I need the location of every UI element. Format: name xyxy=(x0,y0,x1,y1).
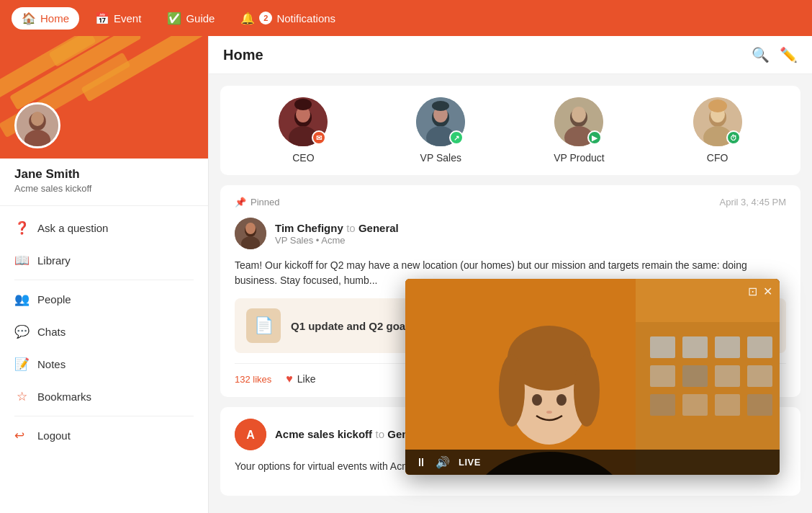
svg-text:A: A xyxy=(246,429,255,441)
person-avatar-wrap-cfo: ⏱ xyxy=(693,97,742,146)
profile-event: Acme sales kickoff xyxy=(14,183,194,194)
second-post-avatar: A xyxy=(235,419,266,450)
post-author-line: Tim Chefigny to General xyxy=(275,222,399,235)
question-icon: ❓ xyxy=(14,220,29,236)
notes-icon: 📝 xyxy=(14,357,29,372)
guide-icon: ✅ xyxy=(167,12,181,25)
profile-banner xyxy=(0,36,208,159)
divider3 xyxy=(14,416,194,416)
second-post-author-line: Acme sales kickoff to Gene... xyxy=(275,428,423,441)
header-icons: 🔍 ✏️ xyxy=(752,46,798,63)
person-card-ceo[interactable]: ✉ CEO xyxy=(279,97,328,164)
svg-rect-41 xyxy=(682,365,708,387)
pinned-bar: 📌 Pinned April 3, 4:45 PM xyxy=(235,197,786,208)
profile-name: Jane Smith xyxy=(14,167,194,182)
logout-icon: ↩ xyxy=(14,428,29,443)
person-card-vpproduct[interactable]: ▶ VP Product xyxy=(554,97,605,164)
sidebar-item-library[interactable]: 📖 Library xyxy=(0,244,208,277)
nav-notifications[interactable]: 🔔 2 Notifications xyxy=(230,7,346,30)
search-icon[interactable]: 🔍 xyxy=(752,46,770,63)
bookmarks-icon: ☆ xyxy=(14,389,29,404)
sidebar-item-notes[interactable]: 📝 Notes xyxy=(0,348,208,380)
svg-point-22 xyxy=(572,107,586,122)
svg-point-8 xyxy=(31,112,44,126)
edit-icon[interactable]: ✏️ xyxy=(780,46,798,63)
svg-rect-46 xyxy=(715,394,740,416)
page-title: Home xyxy=(223,47,263,63)
likes-count[interactable]: 132 likes xyxy=(235,374,271,385)
vpsales-label: VP Sales xyxy=(420,152,461,164)
svg-point-57 xyxy=(546,411,552,414)
sidebar-item-chats[interactable]: 💬 Chats xyxy=(0,316,208,348)
svg-rect-38 xyxy=(715,336,740,358)
pin-icon: 📌 xyxy=(235,197,246,208)
svg-point-55 xyxy=(532,394,542,406)
person-card-cfo[interactable]: ⏱ CFO xyxy=(693,97,742,164)
svg-rect-43 xyxy=(747,365,772,387)
video-topbar: ⊡ ✕ xyxy=(741,279,780,304)
profile-avatar xyxy=(14,102,60,148)
second-post-author-info: Acme sales kickoff to Gene... xyxy=(275,428,423,441)
svg-rect-42 xyxy=(715,365,740,387)
svg-rect-45 xyxy=(682,394,708,416)
cfo-badge: ⏱ xyxy=(726,130,741,145)
post-date: April 3, 4:45 PM xyxy=(720,197,787,208)
svg-point-18 xyxy=(432,101,449,111)
video-bottombar: ⏸ 🔊 LIVE xyxy=(405,450,780,475)
top-nav: 🏠 Home 📅 Event ✅ Guide 🔔 2 Notifications xyxy=(0,0,812,36)
svg-point-56 xyxy=(556,394,567,406)
nav-guide[interactable]: ✅ Guide xyxy=(157,7,225,30)
post-header: Tim Chefigny to General VP Sales • Acme xyxy=(235,218,786,249)
vpproduct-label: VP Product xyxy=(554,152,605,164)
post-author-avatar xyxy=(235,218,266,249)
profile-info: Jane Smith Acme sales kickoff xyxy=(0,159,208,205)
volume-icon[interactable]: 🔊 xyxy=(436,455,450,469)
attachment-icon-wrap: 📄 xyxy=(246,308,281,343)
svg-point-13 xyxy=(294,99,312,110)
sidebar-item-people[interactable]: 👥 People xyxy=(0,283,208,316)
nav-home[interactable]: 🏠 Home xyxy=(12,7,79,30)
profile-avatar-svg xyxy=(17,102,58,148)
person-avatar-wrap-vpsales: ↗ xyxy=(416,97,465,146)
ceo-label: CEO xyxy=(292,152,314,164)
vpproduct-badge: ▶ xyxy=(587,130,602,145)
sidebar-item-bookmarks[interactable]: ☆ Bookmarks xyxy=(0,380,208,413)
ceo-badge: ✉ xyxy=(312,130,326,145)
bell-icon: 🔔 xyxy=(240,12,255,25)
home-icon: 🏠 xyxy=(22,12,36,25)
svg-rect-40 xyxy=(650,365,675,387)
vpsales-badge: ↗ xyxy=(449,130,464,145)
person-card-vpsales[interactable]: ↗ VP Sales xyxy=(416,97,465,164)
divider2 xyxy=(14,280,194,280)
svg-rect-44 xyxy=(650,394,675,416)
sidebar: Jane Smith Acme sales kickoff ❓ Ask a qu… xyxy=(0,36,209,513)
svg-rect-47 xyxy=(747,394,772,416)
people-icon: 👥 xyxy=(14,292,29,307)
svg-rect-39 xyxy=(747,336,772,358)
post-author-info: Tim Chefigny to General VP Sales • Acme xyxy=(275,222,399,246)
like-button[interactable]: ♥ Like xyxy=(286,373,315,385)
svg-rect-37 xyxy=(682,336,708,358)
sidebar-item-logout[interactable]: ↩ Logout xyxy=(0,419,208,452)
calendar-icon: 📅 xyxy=(95,12,109,25)
document-icon: 📄 xyxy=(254,316,274,335)
svg-point-53 xyxy=(499,354,525,427)
sidebar-item-ask[interactable]: ❓ Ask a question xyxy=(0,212,208,244)
live-badge: LIVE xyxy=(459,457,481,468)
sidebar-menu: ❓ Ask a question 📖 Library 👥 People 💬 Ch… xyxy=(0,206,208,458)
featured-people: ✉ CEO xyxy=(220,86,800,175)
profile-avatar-wrap xyxy=(14,102,60,148)
main-header: Home 🔍 ✏️ xyxy=(209,36,812,74)
close-icon[interactable]: ✕ xyxy=(763,285,772,298)
pause-icon[interactable]: ⏸ xyxy=(415,456,427,469)
library-icon: 📖 xyxy=(14,253,29,268)
svg-point-27 xyxy=(708,99,727,112)
cfo-label: CFO xyxy=(707,152,728,164)
person-avatar-wrap-ceo: ✉ xyxy=(279,97,328,146)
svg-point-54 xyxy=(574,354,600,427)
minimize-icon[interactable]: ⊡ xyxy=(748,285,757,298)
chats-icon: 💬 xyxy=(14,324,29,339)
pin-label: 📌 Pinned xyxy=(235,197,279,208)
nav-event[interactable]: 📅 Event xyxy=(85,7,151,30)
video-content xyxy=(405,279,780,475)
